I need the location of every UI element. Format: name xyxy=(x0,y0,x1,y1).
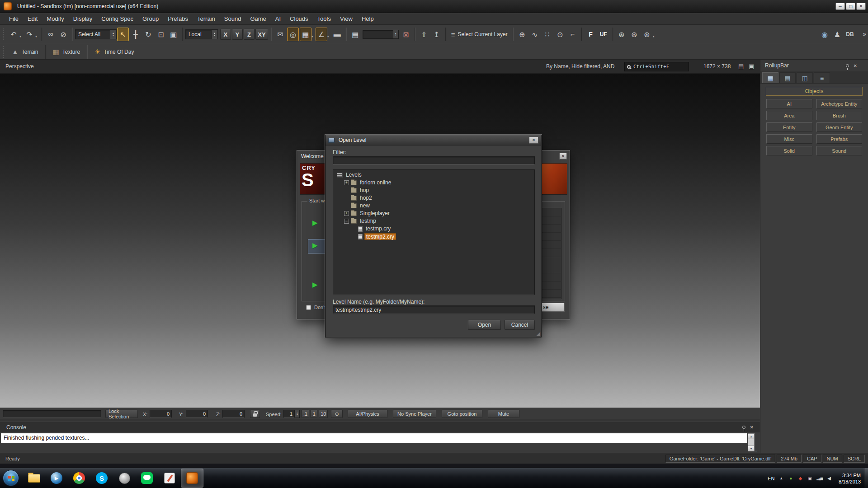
pin-icon[interactable] xyxy=(846,64,849,67)
menu-game[interactable]: Game xyxy=(245,13,270,25)
tree-item-hop2[interactable]: hop2 xyxy=(333,194,534,202)
objects-rollout-header[interactable]: Objects xyxy=(766,87,863,96)
show-desktop-button[interactable] xyxy=(864,468,868,488)
speed-value[interactable]: 1 xyxy=(283,410,295,418)
line-taskbar-icon[interactable] xyxy=(136,469,158,488)
toolbar-grip[interactable] xyxy=(3,46,5,58)
ai-physics-button[interactable]: AI/Physics xyxy=(348,410,387,418)
link-icon[interactable]: ∞ xyxy=(45,28,57,41)
effects-dropdown-icon[interactable]: ▼ xyxy=(652,35,655,38)
filter-input[interactable] xyxy=(333,156,535,164)
editor-taskbar-icon[interactable] xyxy=(158,469,181,488)
particles-icon[interactable]: ⊛ xyxy=(616,28,627,41)
redo-dropdown-icon[interactable]: ▼ xyxy=(35,35,38,38)
layer-doc-icon[interactable]: ▤ xyxy=(349,28,361,41)
resize-grip-icon[interactable]: ◢ xyxy=(537,331,540,337)
rollupbar-close-icon[interactable]: ✕ xyxy=(854,63,857,68)
axis-z-button[interactable]: Z xyxy=(244,29,255,40)
axis-y-button[interactable]: Y xyxy=(232,29,243,40)
grid-view-icon[interactable]: ∷ xyxy=(542,28,553,41)
dialog-close-button[interactable]: ✕ xyxy=(529,136,538,144)
level-name-input[interactable]: testmp/testmp2.cry xyxy=(333,305,535,314)
chrome-taskbar-icon[interactable] xyxy=(68,469,90,488)
f-button[interactable]: F xyxy=(585,28,597,41)
goto-position-button[interactable]: Goto position xyxy=(442,410,482,418)
tree-item-singleplayer[interactable]: +Singleplayer xyxy=(333,210,534,217)
target-icon[interactable]: ⊙ xyxy=(554,28,566,41)
tray-icon[interactable]: ▣ xyxy=(807,476,812,481)
snap-angle-dropdown-icon[interactable]: ▼ xyxy=(327,35,330,38)
volume-icon[interactable]: ◀ xyxy=(826,476,832,481)
console-close-icon[interactable]: ✕ xyxy=(750,425,754,430)
mail-icon[interactable]: ✉ xyxy=(274,28,286,41)
toolbar-grip[interactable] xyxy=(3,28,5,40)
tree-item-new[interactable]: new xyxy=(333,202,534,210)
z-value[interactable]: 0 xyxy=(222,410,245,418)
object-type-ai[interactable]: AI xyxy=(766,99,812,108)
speed-preset-10[interactable]: 10 xyxy=(319,410,328,418)
no-sync-player-button[interactable]: No Sync Player xyxy=(393,410,436,418)
menu-help[interactable]: Help xyxy=(357,13,378,25)
tray-icon[interactable]: ● xyxy=(788,476,793,481)
uf-button[interactable]: UF xyxy=(598,28,609,41)
minimize-button[interactable]: ─ xyxy=(835,3,845,10)
undo-dropdown-icon[interactable]: ▼ xyxy=(19,35,22,38)
import-icon[interactable]: ↥ xyxy=(431,28,443,41)
object-type-entity[interactable]: Entity xyxy=(766,122,812,132)
tray-icon[interactable]: ◆ xyxy=(797,476,803,481)
time-of-day-button[interactable]: ☀ Time Of Day xyxy=(90,46,138,58)
tab-display[interactable]: ◫ xyxy=(797,72,813,83)
axis-x-button[interactable]: X xyxy=(220,29,231,40)
undo-icon[interactable]: ↶ xyxy=(8,28,19,41)
option-arrow-icon[interactable]: ▶ xyxy=(312,241,318,249)
selection-mask-combo[interactable]: Select All ▲▼ xyxy=(75,29,117,39)
combo-spinner-icon[interactable]: ▲▼ xyxy=(110,30,116,39)
sandbox-taskbar-icon[interactable] xyxy=(181,469,203,488)
menu-view[interactable]: View xyxy=(335,13,357,25)
menu-display[interactable]: Display xyxy=(69,13,97,25)
mute-button[interactable]: Mute xyxy=(488,410,519,418)
scroll-up-icon[interactable]: ▲ xyxy=(748,434,754,439)
menu-terrain[interactable]: Terrain xyxy=(193,13,220,25)
open-button[interactable]: Open xyxy=(468,320,501,330)
speed-spinner-icon[interactable]: ▲▼ xyxy=(295,410,300,418)
recorder-taskbar-icon[interactable] xyxy=(113,469,136,488)
tree-expander-icon[interactable]: − xyxy=(344,219,349,224)
axis-xy-button[interactable]: XY xyxy=(255,29,268,40)
tab-terrain[interactable]: ▤ xyxy=(779,72,796,83)
world-icon[interactable]: ◉ xyxy=(819,28,830,41)
option-arrow-icon[interactable]: ▶ xyxy=(312,219,318,227)
explorer-taskbar-icon[interactable] xyxy=(23,469,45,488)
effects-icon[interactable]: ⊛ xyxy=(628,28,640,41)
show-hidden-icons[interactable]: ▲ xyxy=(778,476,784,480)
viewport-label[interactable]: Perspective xyxy=(5,63,34,70)
lens-flare-icon[interactable]: ⊛ xyxy=(641,28,653,41)
snap-grid-icon[interactable]: ▦ xyxy=(300,28,311,41)
y-value[interactable]: 0 xyxy=(186,410,208,418)
field-spinner-icon[interactable]: ▲▼ xyxy=(393,30,398,38)
level-tree[interactable]: Levels+forlorn onlinehophop2new+Singlepl… xyxy=(333,169,535,295)
redo-icon[interactable]: ↷ xyxy=(24,28,35,41)
pin-icon[interactable] xyxy=(742,426,745,429)
speed-preset-1[interactable]: 1 xyxy=(311,410,317,418)
tree-item-forlorn-online[interactable]: +forlorn online xyxy=(333,179,534,187)
welcome-close-button[interactable]: ✕ xyxy=(559,153,567,160)
object-type-solid[interactable]: Solid xyxy=(766,146,812,155)
object-type-area[interactable]: Area xyxy=(766,111,812,120)
move-tool-icon[interactable]: ╋ xyxy=(130,28,142,41)
menu-edit[interactable]: Edit xyxy=(23,13,42,25)
option-arrow-icon[interactable]: ▶ xyxy=(312,281,318,289)
media-player-taskbar-icon[interactable]: ▶ xyxy=(45,469,68,488)
path-tool-icon[interactable]: ∿ xyxy=(529,28,541,41)
toolbar-overflow-icon[interactable]: » xyxy=(863,30,866,38)
menu-config-spec[interactable]: Config Spec xyxy=(97,13,138,25)
snap-grid-dropdown-icon[interactable]: ▼ xyxy=(311,35,314,38)
dont-show-checkbox[interactable] xyxy=(306,305,311,310)
unlink-icon[interactable]: ⊘ xyxy=(57,28,69,41)
database-button[interactable]: DB xyxy=(844,28,856,41)
tree-item-hop[interactable]: hop xyxy=(333,187,534,194)
align-to-terrain-icon[interactable]: ▣ xyxy=(168,28,179,41)
maximize-viewport-icon[interactable]: ▣ xyxy=(749,63,754,70)
texture-button[interactable]: ▦ Texture xyxy=(48,46,85,58)
tree-item-testmp2-cry[interactable]: testmp2.cry xyxy=(333,233,534,240)
